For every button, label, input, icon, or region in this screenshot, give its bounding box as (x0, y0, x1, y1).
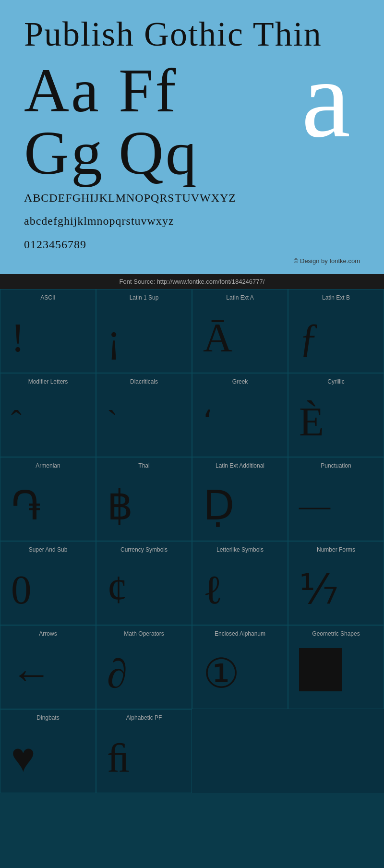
cell-label: Arrows (6, 630, 90, 637)
grid-cell[interactable]: Dingbats♥ (0, 709, 96, 793)
grid-cell[interactable]: Letterlike Symbolsℓ (192, 541, 288, 625)
cell-label: Latin Ext A (198, 294, 282, 301)
cell-label: Geometric Shapes (294, 630, 378, 637)
cell-label: Currency Symbols (102, 546, 186, 553)
grid-cell[interactable]: Diacriticals` (96, 373, 192, 457)
cell-label: Number Forms (294, 546, 378, 553)
cell-label: Super And Sub (6, 546, 90, 553)
cell-glyph: ! (6, 309, 24, 367)
grid-cell[interactable]: Alphabetic PFﬁ (96, 709, 192, 793)
cell-label: Letterlike Symbols (198, 546, 282, 553)
cell-glyph: ♥ (6, 729, 35, 787)
hero-credit: © Design by fontke.com (24, 257, 360, 265)
grid-cell[interactable]: Geometric Shapes (288, 625, 384, 709)
grid-cell[interactable]: Latin Ext AdditionalḌ (192, 457, 288, 541)
cell-glyph: ` (102, 393, 118, 451)
grid-cell[interactable]: ASCII! (0, 289, 96, 373)
cell-glyph: È (294, 393, 324, 451)
grid-cell[interactable]: Latin Ext Bƒ (288, 289, 384, 373)
cell-glyph: ฿ (102, 477, 133, 535)
grid-cell[interactable]: Modifier Lettersˆ (0, 373, 96, 457)
hero-uppercase: ABCDEFGHIJKLMNOPQRSTUVWXYZ (24, 189, 360, 207)
grid-cell[interactable]: Arrows← (0, 625, 96, 709)
glyph-grid-section: ASCII!Latin 1 Sup¡Latin Ext AĀLatin Ext … (0, 289, 384, 793)
grid-cell[interactable]: Thai฿ (96, 457, 192, 541)
font-source-bar: Font Source: http://www.fontke.com/font/… (0, 274, 384, 289)
grid-cell[interactable]: CyrillicÈ (288, 373, 384, 457)
cell-label: Diacriticals (102, 378, 186, 385)
cell-glyph: ← (6, 645, 52, 703)
cell-label: Alphabetic PF (102, 714, 186, 721)
grid-cell[interactable]: Punctuation— (288, 457, 384, 541)
cell-label: Punctuation (294, 462, 378, 469)
cell-label: Greek (198, 378, 282, 385)
cell-glyph: ¢ (102, 561, 128, 619)
glyph-grid: ASCII!Latin 1 Sup¡Latin Ext AĀLatin Ext … (0, 289, 384, 793)
glyph-ff: Ff (119, 59, 199, 121)
grid-cell[interactable]: Number Forms⅐ (288, 541, 384, 625)
hero-digits: 0123456789 (24, 235, 360, 253)
glyph-gg: Gg (24, 121, 104, 184)
hero-section: Publish Gothic Thin Aa Gg Ff Qq a ABCDEF… (0, 0, 384, 274)
cell-glyph: ① (198, 645, 240, 703)
cell-label: Latin Ext B (294, 294, 378, 301)
glyph-big-a: a (301, 49, 350, 149)
cell-label: Latin Ext Additional (198, 462, 282, 469)
cell-label: Thai (102, 462, 186, 469)
cell-label: Math Operators (102, 630, 186, 637)
cell-glyph: — (294, 477, 330, 535)
cell-label: Armenian (6, 462, 90, 469)
cell-glyph: ⅐ (294, 561, 338, 619)
glyph-qq: Qq (119, 121, 199, 184)
cell-label: Cyrillic (294, 378, 378, 385)
cell-glyph: 0 (6, 561, 32, 619)
grid-cell[interactable]: Super And Sub0 (0, 541, 96, 625)
cell-glyph: ˆ (6, 393, 22, 451)
cell-glyph: Ḍ (198, 477, 234, 535)
cell-glyph: ﬁ (102, 729, 130, 787)
cell-label: Enclosed Alphanum (198, 630, 282, 637)
cell-glyph: ƒ (294, 309, 320, 367)
font-source-text: Font Source: http://www.fontke.com/font/… (120, 278, 265, 285)
cell-label: Latin 1 Sup (102, 294, 186, 301)
grid-cell[interactable]: Greekʻ (192, 373, 288, 457)
cell-glyph-filled (299, 648, 342, 691)
cell-glyph: Ā (198, 309, 232, 367)
grid-cell[interactable]: Latin 1 Sup¡ (96, 289, 192, 373)
cell-label: Modifier Letters (6, 378, 90, 385)
grid-cell[interactable]: Math Operators∂ (96, 625, 192, 709)
hero-lowercase: abcdefghijklmnopqrstuvwxyz (24, 212, 360, 230)
grid-cell[interactable]: Latin Ext AĀ (192, 289, 288, 373)
grid-cell[interactable]: Currency Symbols¢ (96, 541, 192, 625)
grid-cell[interactable]: Enclosed Alphanum① (192, 625, 288, 709)
cell-glyph: ∂ (102, 645, 127, 703)
cell-glyph: ʻ (198, 393, 213, 451)
cell-glyph: ֏ (6, 477, 41, 535)
cell-glyph: ℓ (198, 561, 223, 619)
cell-glyph: ¡ (102, 309, 120, 367)
grid-cell[interactable]: Armenian֏ (0, 457, 96, 541)
cell-label: Dingbats (6, 714, 90, 721)
cell-label: ASCII (6, 294, 90, 301)
glyph-aa: Aa (24, 59, 104, 121)
